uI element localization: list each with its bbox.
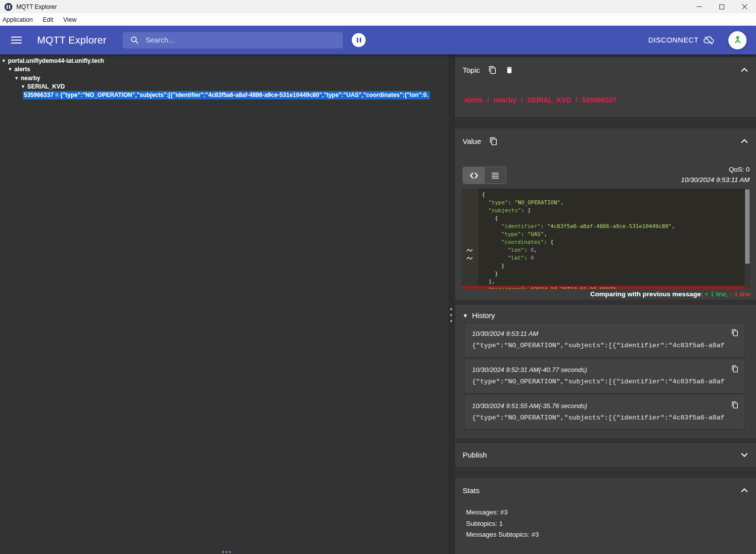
copy-icon bbox=[489, 137, 498, 145]
copy-history-button[interactable] bbox=[731, 365, 739, 374]
history-entry[interactable]: 10/30/2024 9:52:31 AM(-40.77 seconds) {"… bbox=[466, 361, 744, 393]
tree-label-nearby: nearby bbox=[21, 75, 40, 82]
diff-removed-line: "timestamp": "2024-10-30T10:01:00.000Z", bbox=[462, 286, 745, 289]
history-header[interactable]: ▼ History bbox=[455, 305, 756, 320]
history-section: ▼ History 10/30/2024 9:53:11 AM {"type":… bbox=[455, 305, 756, 438]
breadcrumb-535966337: 535966337 bbox=[582, 96, 616, 104]
tree-label-broker: portal.uniflydemo44-iat.unifly.tech bbox=[8, 57, 104, 64]
chevron-up-icon bbox=[741, 139, 748, 143]
collapse-stats-button[interactable] bbox=[741, 486, 748, 495]
menu-edit[interactable]: Edit bbox=[38, 13, 58, 26]
minimize-button[interactable] bbox=[688, 0, 710, 13]
pause-icon bbox=[357, 38, 358, 43]
cloud-off-icon bbox=[703, 35, 714, 46]
search-input[interactable] bbox=[145, 36, 329, 44]
minimize-icon bbox=[697, 6, 702, 7]
stats-subtopics: Subtopics: 1 bbox=[466, 520, 539, 527]
history-entry-payload: {"type":"NO_OPERATION","subjects":[{"ide… bbox=[472, 378, 726, 385]
diff-summary: Comparing with previous message: + 1 lin… bbox=[590, 290, 750, 298]
collapse-arrow-icon[interactable]: ▼ bbox=[8, 67, 12, 72]
menu-bar: Application Edit View bbox=[0, 13, 756, 26]
app-title: MQTT Explorer bbox=[37, 35, 106, 46]
message-timestamp: 10/30/2024 9:53:11 AM bbox=[681, 176, 750, 184]
diff-removed-count: - 1 line bbox=[728, 290, 750, 298]
code-scrollbar bbox=[745, 188, 750, 289]
json-value-viewer: { "type": "NO_OPERATION", "subjects": [ … bbox=[462, 188, 750, 289]
value-section: Value bbox=[455, 129, 756, 300]
copy-topic-button[interactable] bbox=[488, 66, 497, 74]
mqtt-logo-icon bbox=[732, 35, 743, 46]
breadcrumb-separator: / bbox=[575, 96, 577, 104]
collapse-arrow-icon[interactable]: ▼ bbox=[14, 76, 19, 81]
diff-changed-icon bbox=[466, 256, 473, 260]
collapse-value-button[interactable] bbox=[741, 137, 748, 145]
breadcrumb-alerts: alerts bbox=[464, 96, 482, 104]
publish-section: Publish bbox=[455, 443, 756, 467]
copy-icon bbox=[731, 365, 739, 372]
tree-row-535966337-selected[interactable]: 535966337 = {"type":"NO_OPERATION","subj… bbox=[0, 91, 448, 100]
disconnect-label: DISCONNECT bbox=[648, 36, 699, 44]
tree-row-broker[interactable]: ▼ portal.uniflydemo44-iat.unifly.tech bbox=[0, 56, 448, 65]
history-section-title: History bbox=[472, 311, 495, 320]
tree-label-535966337: 535966337 = {"type":"NO_OPERATION","subj… bbox=[23, 91, 430, 99]
stats-list: Messages: #3 Subtopics: 1 Messages Subto… bbox=[466, 508, 539, 542]
topic-section: Topic alerts bbox=[455, 57, 756, 117]
collapse-arrow-icon[interactable]: ▼ bbox=[21, 84, 25, 89]
history-entry-payload: {"type":"NO_OPERATION","subjects":[{"ide… bbox=[472, 342, 726, 349]
breadcrumb-nearby: nearby bbox=[493, 96, 516, 104]
history-entry[interactable]: 10/30/2024 9:51:55 AM(-35.76 seconds) {"… bbox=[466, 397, 744, 429]
tree-row-serial-kvd[interactable]: ▼ SERIAL_KVD bbox=[0, 83, 448, 92]
copy-history-button[interactable] bbox=[731, 329, 739, 338]
publish-section-title: Publish bbox=[463, 451, 487, 459]
divider-drag-handle-icon[interactable] bbox=[450, 308, 452, 326]
stats-section-title: Stats bbox=[463, 486, 479, 495]
breadcrumb-separator: / bbox=[520, 96, 522, 104]
value-view-toggle bbox=[463, 167, 506, 184]
maximize-button[interactable] bbox=[710, 0, 733, 13]
close-button[interactable] bbox=[733, 0, 756, 13]
pause-button[interactable] bbox=[352, 33, 366, 47]
topic-tree-panel: ▼ portal.uniflydemo44-iat.unifly.tech ▼ … bbox=[0, 54, 448, 554]
close-icon bbox=[742, 4, 748, 10]
app-header: MQTT Explorer DISCONNECT bbox=[0, 26, 756, 54]
breadcrumb-serial-kvd: SERIAL_KVD bbox=[527, 96, 571, 104]
panel-divider[interactable] bbox=[448, 54, 455, 554]
search-icon bbox=[130, 36, 139, 45]
breadcrumb: alerts / nearby / SERIAL_KVD / 535966337 bbox=[464, 96, 616, 104]
stats-section: Stats Messages: #3 Subtopics: 1 Messages… bbox=[455, 478, 756, 554]
menu-application[interactable]: Application bbox=[0, 13, 38, 26]
chevron-up-icon bbox=[741, 68, 748, 72]
tree-row-alerts[interactable]: ▼ alerts bbox=[0, 65, 448, 74]
expand-publish-button[interactable] bbox=[741, 450, 748, 459]
copy-value-button[interactable] bbox=[489, 137, 498, 145]
delete-topic-button[interactable] bbox=[505, 66, 514, 74]
raw-view-button[interactable] bbox=[463, 167, 484, 184]
connection-avatar-button[interactable] bbox=[728, 31, 747, 49]
window-titlebar: MQTT Explorer bbox=[0, 0, 756, 13]
diff-added-count: + 1 line, bbox=[705, 290, 728, 298]
disconnect-button[interactable]: DISCONNECT bbox=[648, 35, 714, 46]
history-entry-time: 10/30/2024 9:53:11 AM bbox=[472, 330, 726, 337]
menu-view[interactable]: View bbox=[58, 13, 82, 26]
search-box[interactable] bbox=[123, 32, 343, 48]
stats-messages-subtopics: Messages Subtopics: #3 bbox=[466, 531, 539, 538]
history-entry[interactable]: 10/30/2024 9:53:11 AM {"type":"NO_OPERAT… bbox=[466, 324, 744, 357]
collapse-arrow-icon[interactable]: ▼ bbox=[1, 58, 6, 63]
tree-label-alerts: alerts bbox=[14, 66, 30, 73]
hamburger-menu-icon[interactable] bbox=[11, 35, 22, 46]
window-title: MQTT Explorer bbox=[16, 3, 57, 10]
history-entry-time: 10/30/2024 9:52:31 AM(-40.77 seconds) bbox=[472, 366, 726, 373]
copy-icon bbox=[488, 66, 497, 74]
tree-resize-handle[interactable] bbox=[222, 551, 231, 553]
collapse-topic-button[interactable] bbox=[741, 65, 748, 74]
detail-panel: Topic alerts bbox=[455, 54, 756, 554]
history-entry-time: 10/30/2024 9:51:55 AM(-35.76 seconds) bbox=[472, 402, 726, 410]
list-view-button[interactable] bbox=[484, 167, 506, 184]
trash-icon bbox=[505, 66, 514, 74]
collapse-arrow-icon: ▼ bbox=[463, 313, 468, 319]
tree-row-nearby[interactable]: ▼ nearby bbox=[0, 74, 448, 83]
chevron-up-icon bbox=[741, 488, 748, 493]
scrollbar-thumb[interactable] bbox=[745, 189, 750, 264]
breadcrumb-separator: / bbox=[487, 96, 489, 104]
copy-history-button[interactable] bbox=[731, 401, 739, 411]
